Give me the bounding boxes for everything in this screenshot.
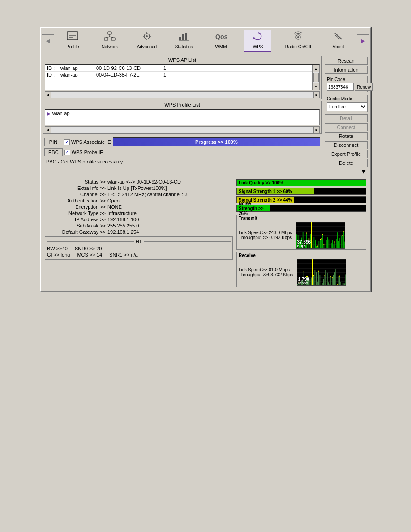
pin-code-input[interactable]	[327, 83, 354, 91]
signal-section: Link Quality >> 100% Signal Strength 1 >…	[236, 179, 366, 212]
receive-throughput: Throughput >>93.732 Kbps	[239, 272, 293, 277]
svg-rect-18	[185, 33, 187, 40]
renew-button[interactable]: Renew	[355, 83, 373, 91]
ht-section: HT BW >>40 SNR0 >> 20 GI >> long MCS >> …	[45, 236, 233, 260]
wps-message-row: PBC - Get WPS profile successfuly.	[43, 158, 322, 165]
progress-text: Progress >> 100%	[113, 138, 320, 146]
gateway-val: 192.168.1.254	[107, 229, 233, 235]
hscroll-left-btn[interactable]: ◄	[45, 92, 51, 98]
rotate-button[interactable]: Rotate	[325, 132, 368, 140]
transmit-throughput: Throughput >> 0.192 Kbps	[239, 235, 292, 240]
content-area: WPS AP List ID : wlan-ap 00-1D-92-C0-13-…	[41, 54, 370, 291]
svg-point-11	[146, 35, 148, 37]
tab-about[interactable]: About	[325, 30, 352, 52]
ht-line-right	[144, 241, 231, 242]
link-quality-fill: Link Quality >> 100%	[237, 180, 366, 186]
probe-ie-checkbox[interactable]: ✓	[64, 150, 70, 155]
status-grid: Status >> wlan-ap <--> 00-1D-92-C0-13-CD…	[45, 179, 233, 235]
auth-lbl: Authentication >>	[45, 198, 107, 203]
detail-button[interactable]: Detail	[325, 114, 368, 122]
snr0-label: SNR0 >> 20	[75, 246, 102, 251]
pbc-button[interactable]: PBC	[44, 148, 63, 156]
forward-button[interactable]: ►	[357, 34, 369, 47]
tab-wps-label: WPS	[253, 44, 263, 49]
ap-list-vscroll[interactable]: ▲ ▼	[312, 65, 319, 90]
information-button[interactable]: Information	[325, 66, 368, 74]
extra-info-val: Link Is Up [TxPower:100%]	[107, 185, 233, 191]
noise-strength-fill: Noise Strength >> 26%	[237, 205, 270, 211]
disconnect-button[interactable]: Disconnect	[325, 141, 368, 149]
auth-val: Open	[107, 198, 233, 203]
rescan-button[interactable]: Rescan	[325, 57, 368, 65]
tab-profile-label: Profile	[66, 44, 79, 49]
table-row[interactable]: ID : wlan-ap 00-04-ED-38-F7-2E 1	[45, 72, 312, 78]
gateway-lbl: Default Gateway >>	[45, 229, 107, 235]
hscroll-right-btn[interactable]: ►	[313, 92, 320, 98]
back-button[interactable]: ◄	[42, 34, 54, 47]
tab-wmm-label: WMM	[215, 44, 227, 49]
profile-hscroll-right[interactable]: ►	[313, 127, 320, 133]
receive-title: Receive	[239, 253, 364, 258]
progress-bar-container: Progress >> 100%	[113, 137, 320, 146]
probe-ie-checkbox-row: ✓ WPS Probe IE	[64, 150, 103, 155]
scroll-thumb[interactable]	[313, 73, 319, 82]
profile-hscroll-left[interactable]: ◄	[45, 127, 51, 133]
scroll-up-btn[interactable]: ▲	[313, 65, 320, 72]
tab-wmm[interactable]: Qos WMM	[207, 30, 234, 52]
status-lbl: Status >>	[45, 179, 107, 184]
status-info: Status >> wlan-ap <--> 00-1D-92-C0-13-CD…	[45, 179, 233, 287]
about-icon	[332, 31, 345, 43]
ap-id-2: ID :	[47, 72, 60, 77]
transmit-unit: Kbps	[297, 244, 307, 248]
statistics-icon	[178, 31, 190, 43]
tab-statistics[interactable]: Statistics	[171, 30, 197, 52]
tab-network[interactable]: Network	[96, 30, 123, 52]
transmit-chart: Max 37.696 Kbps	[296, 222, 345, 249]
ap-list-hscroll[interactable]: ◄ ►	[45, 91, 320, 98]
encryption-lbl: Encryption >>	[45, 204, 107, 210]
hscroll-track	[51, 92, 313, 98]
profile-hscroll-track	[51, 127, 313, 133]
pin-row: Renew	[327, 83, 365, 91]
receive-link-speed: Link Speed >> 81.0 Mbps	[239, 267, 293, 272]
probe-ie-label: WPS Probe IE	[72, 150, 103, 155]
wps-profile-list-title: WPS Profile List	[43, 101, 321, 108]
config-mode-label: Config Mode	[327, 96, 365, 101]
tab-advanced-label: Advanced	[137, 44, 157, 49]
tab-profile[interactable]: Profile	[59, 30, 86, 52]
noise-strength-text: Noise Strength >> 26%	[239, 201, 270, 216]
table-row[interactable]: ID : wlan-ap 00-1D-92-C0-13-CD 1	[45, 65, 312, 72]
wps-ap-list-title: WPS AP List	[43, 56, 321, 64]
channel-lbl: Channel >>	[45, 192, 107, 197]
signal-chart-panel: Link Quality >> 100% Signal Strength 1 >…	[236, 179, 366, 287]
ht-line-left	[47, 241, 134, 242]
associate-ie-checkbox-row: ✓ WPS Associate IE	[64, 139, 111, 145]
channel-val: 1 <--> 2412 MHz; central channel : 3	[107, 192, 233, 197]
network-type-lbl: Network Type >>	[45, 210, 107, 216]
signal-strength-1-row: Signal Strength 1 >> 60%	[236, 188, 366, 195]
link-quality-bar: Link Quality >> 100%	[236, 179, 366, 186]
delete-button[interactable]: Delete	[325, 159, 368, 167]
connect-button[interactable]: Connect	[325, 123, 368, 131]
ap-name-1: wlan-ap	[60, 65, 96, 71]
wps-profile-list-section: WPS Profile List ▶ wlan-ap ◄ ►	[43, 101, 322, 134]
scroll-track	[313, 72, 319, 83]
svg-rect-5	[104, 38, 108, 40]
scroll-down-btn[interactable]: ▼	[313, 83, 320, 90]
export-profile-button[interactable]: Export Profile	[325, 150, 368, 158]
tab-radioonoff[interactable]: Radio On/Off	[282, 30, 315, 52]
receive-labels: Link Speed >> 81.0 Mbps Throughput >>93.…	[239, 267, 293, 277]
svg-rect-4	[108, 32, 111, 34]
transmit-row: Link Speed >> 243.0 Mbps Throughput >> 0…	[239, 222, 364, 249]
scroll-down-indicator: ▼	[325, 168, 368, 175]
profile-hscroll[interactable]: ◄ ►	[45, 126, 320, 133]
config-mode-select[interactable]: Enrollee Registrar	[327, 102, 367, 111]
profile-name: wlan-ap	[52, 111, 70, 116]
ap-mac-1: 00-1D-92-C0-13-CD	[96, 65, 163, 71]
tab-wps[interactable]: WPS	[244, 30, 271, 52]
list-item[interactable]: ▶ wlan-ap	[45, 110, 319, 117]
signal-strength-1-fill: Signal Strength 1 >> 60%	[237, 188, 314, 194]
tab-advanced[interactable]: Advanced	[133, 30, 160, 52]
pin-button[interactable]: PIN	[44, 138, 62, 146]
associate-ie-checkbox[interactable]: ✓	[64, 139, 70, 145]
